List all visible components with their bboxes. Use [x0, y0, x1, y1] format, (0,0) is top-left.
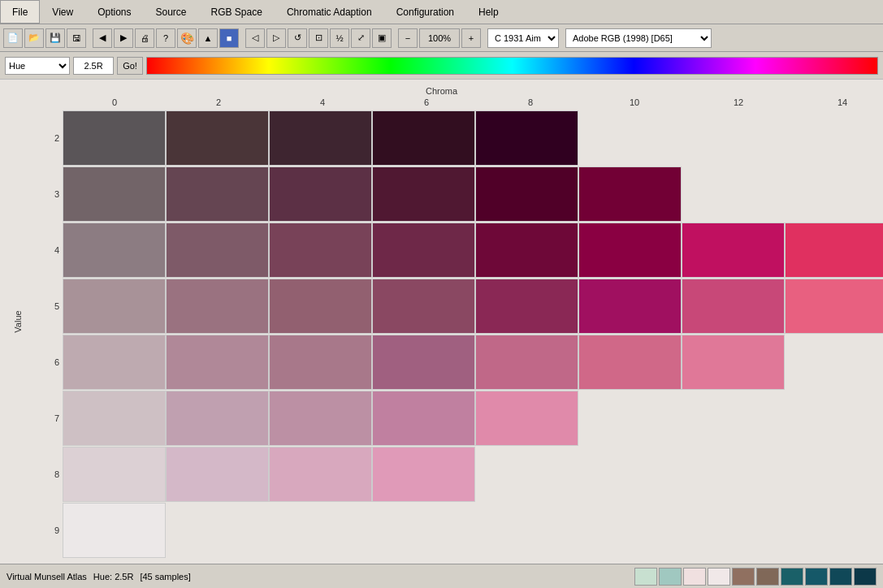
hue-input[interactable] [73, 57, 114, 75]
cell-2-4[interactable] [269, 110, 372, 166]
cell-9-0[interactable] [63, 503, 166, 558]
cell-8-4[interactable] [269, 447, 372, 502]
cell-4-6[interactable] [372, 223, 475, 278]
cell-2-10-empty [578, 110, 682, 166]
cell-5-10[interactable] [578, 279, 682, 334]
half-button[interactable]: ½ [330, 28, 349, 48]
cell-6-12[interactable] [682, 335, 785, 390]
back-button[interactable]: ◁ [245, 28, 265, 48]
cell-2-2[interactable] [166, 110, 269, 166]
go-button[interactable]: Go! [117, 57, 143, 75]
cell-4-2[interactable] [166, 223, 269, 278]
cell-5-12[interactable] [682, 279, 785, 334]
new-button[interactable]: 📄 [3, 28, 23, 48]
cell-6-0[interactable] [63, 335, 166, 390]
row-8: 8 [45, 447, 883, 502]
cell-4-8[interactable] [475, 223, 578, 278]
prev-button[interactable]: ◀ [93, 28, 112, 48]
fit-button[interactable]: ⊡ [309, 28, 328, 48]
color-space-dropdown[interactable]: Adobe RGB (1998) [D65] [565, 28, 712, 48]
cell-7-2[interactable] [166, 391, 269, 446]
cell-2-0[interactable] [63, 110, 166, 166]
print-button[interactable]: 🖨 [135, 28, 154, 48]
cell-7-8[interactable] [475, 391, 578, 446]
save-button[interactable]: 💾 [45, 28, 65, 48]
menu-configuration[interactable]: Configuration [384, 0, 466, 24]
cell-4-4[interactable] [269, 223, 372, 278]
x-axis: 0 2 4 6 8 10 12 14 [63, 97, 883, 107]
cell-3-0[interactable] [63, 166, 166, 222]
cell-6-10[interactable] [578, 335, 682, 390]
cell-5-14[interactable] [785, 279, 883, 334]
menu-source[interactable]: Source [144, 0, 199, 24]
info-button[interactable]: ? [156, 28, 175, 48]
hue-select[interactable]: Hue [5, 57, 70, 75]
expand-button[interactable]: ⤢ [351, 28, 370, 48]
menu-rgb-space[interactable]: RGB Space [199, 0, 275, 24]
aim-dropdown[interactable]: C 1931 Aim [487, 28, 559, 48]
zoom-out-button[interactable]: − [398, 28, 418, 48]
row-label-5: 5 [45, 301, 63, 311]
chroma-label: Chroma [426, 86, 457, 96]
zoom-in-button[interactable]: + [461, 28, 481, 48]
cell-5-6[interactable] [372, 279, 475, 334]
cell-5-4[interactable] [269, 279, 372, 334]
swatch-4[interactable] [732, 568, 755, 586]
swatch-3[interactable] [708, 568, 730, 586]
cell-7-6[interactable] [372, 391, 475, 446]
menu-chromatic-adaption[interactable]: Chromatic Adaption [275, 0, 384, 24]
cell-5-8[interactable] [475, 279, 578, 334]
cell-8-12-empty [682, 447, 785, 502]
gamut-button[interactable]: ▲ [198, 28, 218, 48]
swatch-2[interactable] [683, 568, 706, 586]
cell-3-2[interactable] [166, 166, 269, 222]
refresh-button[interactable]: ↺ [288, 28, 307, 48]
cell-5-2[interactable] [166, 279, 269, 334]
cell-3-8[interactable] [475, 166, 578, 222]
cell-3-6[interactable] [372, 166, 475, 222]
save-as-button[interactable]: 🖫 [67, 28, 86, 48]
next-button[interactable]: ▶ [114, 28, 133, 48]
cell-6-8[interactable] [475, 335, 578, 390]
cell-4-14[interactable] [785, 223, 883, 278]
cell-6-2[interactable] [166, 335, 269, 390]
menu-options[interactable]: Options [85, 0, 143, 24]
menu-help[interactable]: Help [466, 0, 511, 24]
cell-8-10-empty [578, 447, 682, 502]
x-tick-6: 6 [374, 97, 478, 107]
row-3: 3 [45, 166, 883, 222]
cell-4-0[interactable] [63, 223, 166, 278]
cell-6-4[interactable] [269, 335, 372, 390]
swatch-8[interactable] [829, 568, 852, 586]
swatch-0[interactable] [634, 568, 657, 586]
cell-8-6[interactable] [372, 447, 475, 502]
zoom-level[interactable]: 100% [419, 28, 460, 48]
cell-7-4[interactable] [269, 391, 372, 446]
cell-2-14-empty [785, 110, 883, 166]
cell-2-6[interactable] [372, 110, 475, 166]
menu-view[interactable]: View [40, 0, 85, 24]
cell-8-2[interactable] [166, 447, 269, 502]
swatch-9[interactable] [854, 568, 877, 586]
cell-7-0[interactable] [63, 391, 166, 446]
cell-2-8[interactable] [475, 110, 578, 166]
color-wheel-button[interactable]: 🎨 [177, 28, 197, 48]
toolbar: 📄 📂 💾 🖫 ◀ ▶ 🖨 ? 🎨 ▲ ■ ◁ ▷ ↺ ⊡ ½ ⤢ ▣ − 10… [0, 24, 883, 52]
forward-button[interactable]: ▷ [266, 28, 286, 48]
cell-4-10[interactable] [578, 223, 682, 278]
cell-4-12[interactable] [682, 223, 785, 278]
cell-8-0[interactable] [63, 447, 166, 502]
cell-6-6[interactable] [372, 335, 475, 390]
swatch-5[interactable] [756, 568, 779, 586]
swatch-6[interactable] [781, 568, 803, 586]
square-button[interactable]: ▣ [372, 28, 392, 48]
swatch-7[interactable] [805, 568, 828, 586]
menu-file[interactable]: File [0, 0, 40, 24]
cell-3-4[interactable] [269, 166, 372, 222]
cell-3-10[interactable] [578, 166, 682, 222]
blue-button[interactable]: ■ [219, 28, 239, 48]
row-9: 9 [45, 503, 883, 558]
swatch-1[interactable] [659, 568, 682, 586]
cell-5-0[interactable] [63, 279, 166, 334]
open-button[interactable]: 📂 [24, 28, 44, 48]
